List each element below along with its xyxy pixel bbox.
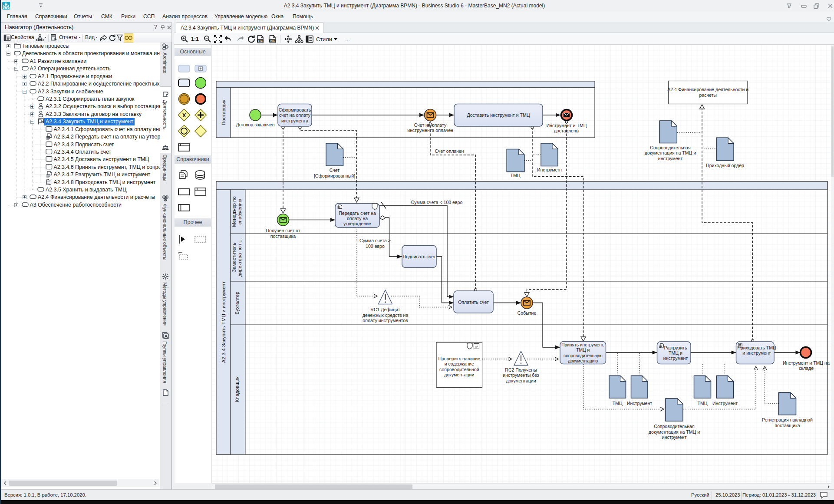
svg-text:Сопроводительная: Сопроводительная: [654, 424, 694, 429]
svg-text:и инструмент: и инструмент: [742, 350, 771, 356]
svg-text:RC1 Дефицит: RC1 Дефицит: [370, 307, 400, 312]
svg-text:Передать счет на: Передать счет на: [339, 211, 376, 216]
svg-text:Счет: Счет: [330, 168, 340, 173]
svg-text:документации: документации: [506, 378, 536, 383]
svg-text:утверждение: утверждение: [343, 221, 371, 226]
svg-text:Сформировать: Сформировать: [279, 107, 311, 112]
svg-text:Проверить наличие: Проверить наличие: [438, 356, 480, 361]
svg-text:директора по п...: директора по п...: [237, 238, 242, 277]
svg-text:Менеджер по: Менеджер по: [231, 196, 237, 227]
svg-text:оплату инструментов: оплату инструментов: [363, 318, 408, 323]
svg-text:Кладовщик: Кладовщик: [234, 377, 240, 402]
svg-text:А2.3.4 Закупить ТМЦ и инструме: А2.3.4 Закупить ТМЦ и инструмент: [221, 281, 226, 363]
svg-text:Договор заключен: Договор заключен: [236, 122, 274, 127]
svg-text:X: X: [182, 112, 186, 119]
svg-text:Сумма счета < 100 евро: Сумма счета < 100 евро: [411, 200, 463, 205]
svg-text:и содержание: и содержание: [445, 361, 474, 366]
svg-text:RC2 Получены: RC2 Получены: [505, 367, 537, 372]
svg-text:Инструмент: Инструмент: [712, 401, 738, 406]
svg-text:расчеты: расчеты: [699, 92, 717, 98]
svg-text:Инструмент и ТМЦ: Инструмент и ТМЦ: [547, 123, 587, 128]
svg-text:поставщика: поставщика: [270, 234, 296, 239]
svg-text:Приходовать ТМЦ: Приходовать ТМЦ: [737, 345, 776, 350]
svg-text:ТМЦ: ТМЦ: [697, 401, 707, 406]
svg-text:Инструмент: Инструмент: [537, 167, 562, 172]
svg-text:Подписать счет: Подписать счет: [402, 254, 435, 259]
svg-text:инструмента: инструмента: [281, 118, 308, 123]
svg-text:Поставщик: Поставщик: [221, 99, 226, 125]
svg-text:Разгрузить: Разгрузить: [664, 345, 687, 350]
svg-text:счет на оплату: счет на оплату: [279, 112, 311, 118]
svg-text:ТМЦ и: ТМЦ и: [576, 348, 590, 352]
svg-text:сопроводительную: сопроводительную: [564, 353, 603, 358]
svg-text:документацию: документацию: [568, 359, 598, 363]
svg-text:PNG: PNG: [270, 40, 275, 42]
svg-text:документация на ТМЦ и: документация на ТМЦ и: [645, 150, 696, 155]
svg-text:ТМЦ: ТМЦ: [510, 173, 520, 178]
svg-text:Сумма счета >: Сумма счета >: [359, 238, 391, 243]
svg-text:снабжению: снабжению: [237, 199, 242, 224]
svg-text:ТМЦ: ТМЦ: [613, 401, 623, 406]
svg-text:оплату на: оплату на: [347, 216, 368, 221]
svg-text:Приходный ордер: Приходный ордер: [706, 163, 744, 168]
svg-text:Событие: Событие: [518, 310, 537, 316]
svg-text:Получен счет от: Получен счет от: [266, 228, 300, 233]
svg-text:сопроводительной: сопроводительной: [439, 367, 479, 372]
svg-text:100 евро: 100 евро: [366, 244, 385, 249]
svg-text:инструменты без: инструменты без: [503, 372, 539, 378]
svg-text:Принять инструмент,: Принять инструмент,: [561, 343, 604, 347]
svg-text:ТМЦ и: ТМЦ и: [669, 350, 682, 356]
svg-text:инструмента оплачен: инструмента оплачен: [407, 128, 453, 133]
svg-text:Сопроводительная: Сопроводительная: [650, 145, 690, 150]
svg-text:Заместитель: Заместитель: [231, 243, 237, 272]
svg-text:Счет оплачен: Счет оплачен: [435, 148, 464, 154]
svg-text:складе: складе: [799, 366, 814, 371]
svg-text:поставщика: поставщика: [775, 423, 800, 428]
svg-text:Доставить инструмент и ТМЦ: Доставить инструмент и ТМЦ: [467, 112, 530, 118]
svg-text:Бухгалтер: Бухгалтер: [234, 292, 240, 315]
svg-text:инструмент: инструмент: [662, 435, 687, 440]
svg-text:доставлены: доставлены: [554, 128, 580, 133]
svg-text:Регистрация накладной: Регистрация накладной: [762, 417, 813, 422]
svg-text:Оплатить счет: Оплатить счет: [458, 300, 489, 305]
svg-text:А2.4 Финансирование деятельнос: А2.4 Финансирование деятельности и: [667, 87, 748, 92]
svg-text:документации: документации: [444, 372, 474, 377]
svg-text:Инструмент и ТМЦ на: Инструмент и ТМЦ на: [783, 360, 830, 366]
svg-text:инструмент: инструмент: [658, 156, 683, 161]
svg-text:Счет на оплату: Счет на оплату: [414, 122, 447, 128]
svg-text:инструмент: инструмент: [663, 356, 688, 361]
svg-text:денежных средств на: денежных средств на: [363, 313, 409, 318]
svg-text:Инструмент: Инструмент: [627, 401, 652, 406]
svg-text:SVG: SVG: [258, 40, 263, 42]
svg-text:[Сформированный]: [Сформированный]: [314, 173, 355, 178]
svg-text:документация на ТМЦ и: документация на ТМЦ и: [649, 429, 700, 435]
